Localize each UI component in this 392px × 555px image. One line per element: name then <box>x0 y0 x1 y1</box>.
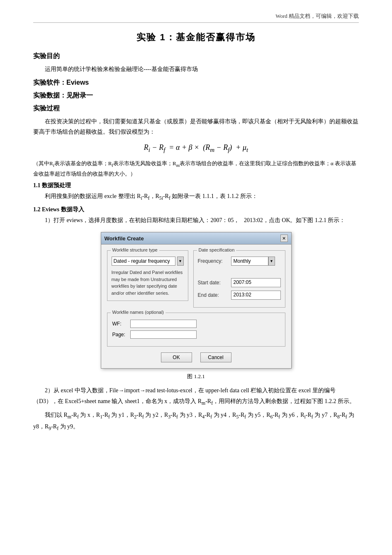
structure-info-text: Irregular Dated and Panel workfiles may … <box>112 269 184 296</box>
dialog-titlebar: Workfile Create ✕ <box>101 232 291 244</box>
dialog-container: Workfile Create ✕ Workfile structure typ… <box>33 232 359 369</box>
frequency-row: Frequency: Monthly ▼ <box>198 257 281 266</box>
workfile-structure-group: Workfile structure type Dated - regular … <box>107 250 188 301</box>
formula: Ri − Rf = α + β × (Rm − Rf) + μt <box>33 143 359 154</box>
dialog-sections: Workfile structure type Dated - regular … <box>107 250 285 308</box>
date-spec-section: Date specification Frequency: Monthly ▼ <box>193 250 285 308</box>
page-row: Page: <box>112 330 280 339</box>
section-process-title: 实验过程 <box>33 104 359 113</box>
page-input[interactable] <box>130 330 197 339</box>
dialog-close-button[interactable]: ✕ <box>280 235 288 242</box>
wf-label: WF: <box>112 321 127 327</box>
workfile-structure-label: Workfile structure type <box>111 247 159 252</box>
section-purpose-title: 实验目的 <box>33 52 359 61</box>
empty-row <box>198 269 281 275</box>
frequency-label: Frequency: <box>198 258 228 264</box>
page: Word 精品文档，可编辑，欢迎下载 实验 1：基金能否赢得市场 实验目的 运用… <box>0 0 392 555</box>
subsec-12: 1.2 Eviews 数据导入 <box>33 206 359 213</box>
wf-input[interactable] <box>130 320 197 328</box>
cancel-button[interactable]: Cancel <box>200 352 231 362</box>
wf-row: WF: <box>112 320 280 328</box>
workfile-names-section: Workfile names (optional) WF: Page: <box>107 313 285 347</box>
structure-type-select[interactable]: Dated - regular frequency <box>112 257 175 266</box>
start-date-row: Start date: 2007:05 <box>198 278 281 287</box>
dialog-body: Workfile structure type Dated - regular … <box>101 244 291 368</box>
header-text: Word 精品文档，可编辑，欢迎下载 <box>275 13 359 19</box>
date-spec-group: Date specification Frequency: Monthly ▼ <box>193 250 285 308</box>
step2-text: 2）从 excel 中导入数据，File→import→read test-lo… <box>33 385 359 407</box>
workfile-structure-section: Workfile structure type Dated - regular … <box>107 250 188 308</box>
step1-text: 1）打开 eviews，选择月度数据，在初始日期和结束日期栏输入：2007：05… <box>33 215 359 225</box>
section-data-title: 实验数据：见附录一 <box>33 91 359 100</box>
figure-caption: 图 1.2.1 <box>33 373 359 380</box>
main-title: 实验 1：基金能否赢得市场 <box>33 31 359 44</box>
start-date-input[interactable]: 2007:05 <box>231 278 281 287</box>
date-spec-label: Date specification <box>197 247 236 252</box>
frequency-input[interactable]: Monthly <box>231 257 268 266</box>
frequency-arrow[interactable]: ▼ <box>268 257 275 266</box>
end-date-input[interactable]: 2013:02 <box>231 291 281 300</box>
workfile-structure-content: Dated - regular frequency ▼ Irregular Da… <box>112 257 184 296</box>
header-bar: Word 精品文档，可编辑，欢迎下载 <box>33 12 359 23</box>
structure-type-row: Dated - regular frequency ▼ <box>112 257 184 266</box>
section-software-title: 实验软件：Eviews <box>33 78 359 87</box>
structure-type-arrow[interactable]: ▼ <box>177 257 184 266</box>
step3-text: 我们以 Rm-Rf 为 x，R1-Rf 为 y1，R2-Rf 为 y2，R3-R… <box>33 410 359 433</box>
date-spec-content: Frequency: Monthly ▼ <box>198 257 281 300</box>
dialog-buttons: OK Cancel <box>107 352 285 362</box>
subsec-11-body: 利用搜集到的数据运用 excle 整理出 Ri-Rf，R5i-Rf 如附录一表 … <box>33 191 359 203</box>
formula-note: （其中Ri表示该基金的收益率；Rf表示市场无风险收益率；Rm表示市场组合的收益率… <box>33 159 359 178</box>
page-label: Page: <box>112 332 127 337</box>
workfile-names-label: Workfile names (optional) <box>111 310 166 315</box>
workfile-names-content: WF: Page: <box>112 320 280 339</box>
structure-type-value: Dated - regular frequency <box>114 258 170 264</box>
start-date-value: 2007:05 <box>234 279 251 285</box>
end-date-label: End date: <box>198 292 228 298</box>
end-date-value: 2013:02 <box>234 292 251 298</box>
dialog-title: Workfile Create <box>105 235 144 242</box>
subsec-11: 1.1 数据预处理 <box>33 182 359 189</box>
dialog-box: Workfile Create ✕ Workfile structure typ… <box>101 232 292 369</box>
process-para1: 在投资决策的过程中，我们需要知道某只基金（或股票）是否能够赢得市场，即该只基金（… <box>33 116 359 137</box>
ok-button[interactable]: OK <box>161 352 192 362</box>
start-date-label: Start date: <box>198 280 228 286</box>
end-date-row: End date: 2013:02 <box>198 291 281 300</box>
frequency-value: Monthly <box>234 258 251 264</box>
purpose-body: 运用简单的统计学检验来检验金融理论----基金能否赢得市场 <box>33 64 359 74</box>
